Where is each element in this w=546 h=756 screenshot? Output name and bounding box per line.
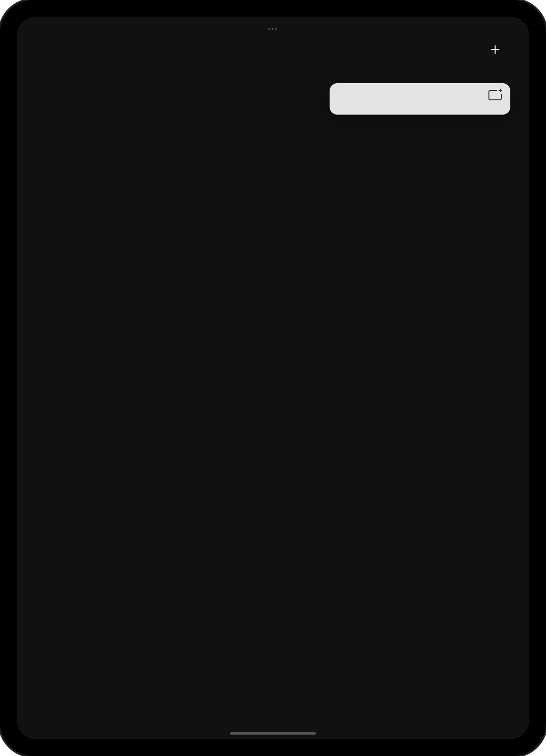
popover-header bbox=[330, 83, 510, 105]
header: ＋ bbox=[17, 17, 529, 64]
preset-list bbox=[330, 105, 510, 115]
home-indicator[interactable] bbox=[230, 732, 316, 735]
screen: ••• ＋ bbox=[17, 17, 529, 739]
new-canvas-popover bbox=[330, 83, 510, 115]
notch-dots: ••• bbox=[268, 25, 278, 33]
ipad-frame: ••• ＋ bbox=[0, 0, 546, 756]
custom-canvas-icon[interactable] bbox=[488, 90, 502, 100]
toolbar: ＋ bbox=[450, 40, 503, 57]
add-icon[interactable]: ＋ bbox=[487, 40, 503, 57]
